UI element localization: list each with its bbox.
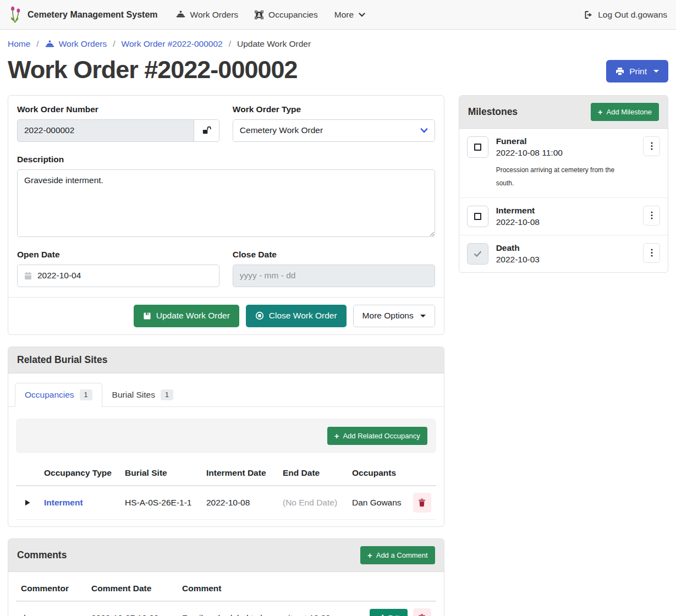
work-order-number-input[interactable]: 2022-000002 bbox=[17, 119, 194, 142]
tab-occupancies[interactable]: Occupancies 1 bbox=[15, 383, 102, 407]
print-label: Print bbox=[629, 67, 647, 76]
close-date-label: Close Date bbox=[233, 250, 435, 260]
milestone-menu-button[interactable] bbox=[643, 136, 660, 156]
logout-label: Log Out d.gowans bbox=[598, 10, 667, 20]
milestone-title: Death bbox=[496, 243, 540, 253]
trash-icon bbox=[418, 498, 426, 507]
occupancy-row: Interment HS-A-0S-26E-1-1 2022-10-08 (No… bbox=[16, 486, 436, 520]
milestone-title: Interment bbox=[496, 206, 540, 216]
nav-work-orders-label: Work Orders bbox=[190, 10, 239, 20]
milestone-checkbox-checked[interactable] bbox=[467, 243, 488, 265]
col-interment-date: Interment Date bbox=[201, 461, 278, 486]
related-burial-sites-card: Related Burial Sites Occupancies 1 Buria… bbox=[8, 346, 444, 527]
kebab-icon bbox=[651, 211, 653, 219]
work-order-number-label: Work Order Number bbox=[17, 105, 219, 114]
description-textarea[interactable]: Graveside interment. bbox=[17, 169, 435, 237]
milestone-menu-button[interactable] bbox=[643, 206, 660, 226]
hard-hat-icon bbox=[176, 10, 185, 19]
chevron-down-icon bbox=[420, 128, 428, 133]
plus-icon: + bbox=[598, 108, 603, 116]
occupants-cell: Dan Gowans bbox=[347, 486, 408, 520]
breadcrumb-home[interactable]: Home bbox=[8, 39, 30, 49]
expand-row-button[interactable] bbox=[21, 496, 34, 509]
work-order-type-select[interactable]: Cemetery Work Order bbox=[233, 119, 435, 142]
work-order-type-label: Work Order Type bbox=[233, 105, 435, 114]
comments-card: Comments + Add a Comment Commentor Comme… bbox=[8, 538, 444, 616]
milestone-note: Procession arriving at cemetery from the… bbox=[496, 163, 622, 190]
milestone-checkbox[interactable] bbox=[467, 206, 488, 227]
close-work-order-button[interactable]: Close Work Order bbox=[246, 305, 347, 327]
hard-hat-icon bbox=[45, 40, 54, 48]
logout-button[interactable]: Log Out d.gowans bbox=[584, 10, 667, 20]
burial-site-cell: HS-A-0S-26E-1-1 bbox=[120, 486, 201, 520]
nav-more[interactable]: More bbox=[326, 6, 373, 24]
play-icon bbox=[24, 499, 31, 507]
checkbox-empty-icon bbox=[474, 144, 481, 151]
app-brand[interactable]: Cemetery Management System bbox=[9, 6, 158, 23]
description-label: Description bbox=[17, 155, 435, 164]
add-comment-button[interactable]: + Add a Comment bbox=[360, 546, 435, 564]
burial-sites-count-badge: 1 bbox=[161, 389, 173, 400]
open-date-label: Open Date bbox=[17, 250, 219, 260]
occupancy-portrait-icon bbox=[255, 10, 263, 19]
add-related-occupancy-button[interactable]: + Add Related Occupancy bbox=[327, 427, 427, 445]
app-title: Cemetery Management System bbox=[28, 10, 158, 20]
open-date-input[interactable]: 2022-10-04 bbox=[17, 265, 219, 287]
update-work-order-button[interactable]: Update Work Order bbox=[134, 305, 239, 327]
logout-icon bbox=[584, 10, 593, 19]
add-milestone-button[interactable]: + Add Milestone bbox=[591, 103, 659, 121]
nav-more-label: More bbox=[334, 10, 354, 20]
close-date-field[interactable] bbox=[240, 271, 428, 280]
milestone-menu-button[interactable] bbox=[643, 243, 660, 263]
comments-table: Commentor Comment Date Comment d.gowans … bbox=[16, 576, 436, 616]
kebab-icon bbox=[651, 249, 653, 257]
col-commentor: Commentor bbox=[16, 576, 86, 601]
nav-occupancies[interactable]: Occupancies bbox=[246, 6, 326, 24]
occupancies-count-badge: 1 bbox=[80, 389, 92, 400]
chevron-down-icon bbox=[359, 13, 365, 17]
plus-icon: + bbox=[334, 432, 339, 440]
stop-circle-icon bbox=[255, 311, 264, 320]
related-burial-sites-title: Related Burial Sites bbox=[17, 354, 107, 366]
milestone-checkbox[interactable] bbox=[467, 136, 488, 158]
milestones-title: Milestones bbox=[468, 106, 518, 118]
occupancies-toolbar: + Add Related Occupancy bbox=[16, 419, 436, 453]
edit-comment-button[interactable]: Edit bbox=[370, 609, 407, 616]
tab-burial-sites[interactable]: Burial Sites 1 bbox=[102, 383, 183, 407]
lock-open-icon bbox=[202, 126, 211, 135]
milestone-date: 2022-10-03 bbox=[496, 255, 540, 265]
nav-occupancies-label: Occupancies bbox=[268, 10, 318, 20]
comment-cell: Family scheduled to be on site at 12:30. bbox=[177, 601, 365, 616]
unlock-number-button[interactable] bbox=[194, 119, 219, 142]
trash-icon bbox=[418, 614, 426, 616]
col-comment-date: Comment Date bbox=[86, 576, 177, 601]
comment-date-cell: 2022-10-07 10:08 bbox=[86, 601, 177, 616]
print-button[interactable]: Print bbox=[606, 60, 668, 82]
breadcrumb: Home / Work Orders / Work Order #2022-00… bbox=[0, 30, 676, 56]
milestone-item: Funeral 2022-10-08 11:00 Procession arri… bbox=[459, 129, 668, 198]
more-options-button[interactable]: More Options bbox=[353, 305, 435, 327]
breadcrumb-current: Update Work Order bbox=[237, 39, 311, 49]
breadcrumb-work-order-number[interactable]: Work Order #2022-000002 bbox=[122, 39, 223, 49]
checkmark-icon bbox=[473, 249, 482, 258]
milestone-date: 2022-10-08 11:00 bbox=[496, 148, 622, 158]
form-actions: Update Work Order Close Work Order More … bbox=[8, 297, 444, 334]
calendar-icon bbox=[24, 272, 32, 280]
occupancy-type-link[interactable]: Interment bbox=[44, 498, 83, 507]
tulip-logo-icon bbox=[9, 6, 22, 23]
delete-occupancy-button[interactable] bbox=[413, 493, 431, 513]
save-icon bbox=[143, 312, 151, 320]
close-date-input[interactable] bbox=[233, 265, 435, 287]
breadcrumb-separator: / bbox=[113, 39, 115, 49]
work-order-form-card: Work Order Number 2022-000002 bbox=[8, 95, 444, 335]
occupancies-table: Occupancy Type Burial Site Interment Dat… bbox=[16, 461, 436, 520]
milestone-item: Interment 2022-10-08 bbox=[459, 198, 668, 235]
title-row: Work Order #2022-000002 Print bbox=[0, 56, 676, 95]
delete-comment-button[interactable] bbox=[413, 608, 431, 616]
breadcrumb-work-orders[interactable]: Work Orders bbox=[45, 39, 107, 49]
nav-work-orders[interactable]: Work Orders bbox=[168, 6, 247, 24]
breadcrumb-separator: / bbox=[229, 39, 231, 49]
printer-icon bbox=[615, 67, 624, 76]
plus-icon: + bbox=[367, 551, 372, 559]
page-title: Work Order #2022-000002 bbox=[8, 56, 298, 84]
